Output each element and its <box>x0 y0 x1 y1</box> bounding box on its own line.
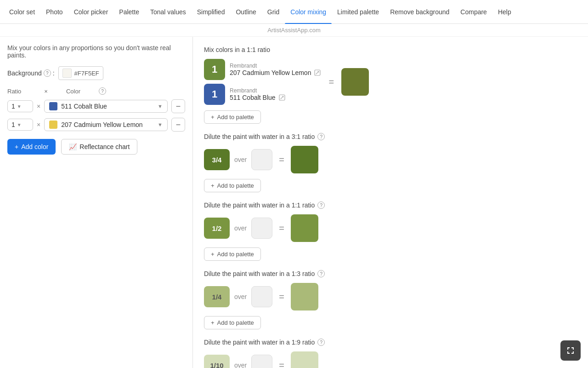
paint-brand-2: Rembrandt <box>230 87 286 94</box>
ratio-select-1[interactable]: 1 ▼ <box>7 100 33 112</box>
ratio-select-2[interactable]: 1 ▼ <box>7 119 33 131</box>
paint-entry-1: 1 Rembrandt 207 Cadmium Yellow Lemon <box>204 59 321 80</box>
right-panel: Mix colors in a 1:1 ratio 1 Rembrandt 20… <box>193 37 588 368</box>
dilute-help-icon-0[interactable]: ? <box>317 133 325 140</box>
color-selector-2[interactable]: 207 Cadmium Yellow Lemon ▼ <box>44 118 168 131</box>
reflectance-label: Reflectance chart <box>79 143 130 150</box>
color-chevron-2: ▼ <box>158 122 163 127</box>
color-selector-1[interactable]: 511 Cobalt Blue ▼ <box>44 100 168 113</box>
add-to-palette-dilute-1[interactable]: + Add to palette <box>204 247 261 261</box>
ratio-header-x: × <box>44 88 48 95</box>
color-name-2: 207 Cadmium Yellow Lemon <box>61 121 154 128</box>
dilute-section-1: Dilute the paint with water in a 1:1 rat… <box>204 201 577 261</box>
add-to-palette-dilute-0[interactable]: + Add to palette <box>204 179 261 192</box>
nav-item-compare[interactable]: Compare <box>455 0 492 24</box>
edit-icon-2[interactable] <box>278 94 286 101</box>
background-help-icon[interactable]: ? <box>44 69 51 77</box>
nav-item-palette[interactable]: Palette <box>113 0 145 24</box>
background-swatch <box>62 69 72 78</box>
over-text-2: over <box>234 293 247 300</box>
dilute-title-2: Dilute the paint with water in a 1:3 rat… <box>204 270 577 277</box>
dilute-result-0 <box>291 146 318 173</box>
nav-item-color-set[interactable]: Color set <box>4 0 40 24</box>
times-2: × <box>37 121 40 128</box>
dilute-row-2: 1/4 over = <box>204 283 577 310</box>
paint-brand-1: Rembrandt <box>230 63 321 69</box>
add-palette-label: Add to palette <box>217 114 254 121</box>
remove-color-1[interactable]: − <box>171 99 185 113</box>
nav-item-tonal-values[interactable]: Tonal values <box>145 0 192 24</box>
nav-item-color-picker[interactable]: Color picker <box>68 0 114 24</box>
paint-name-text-1: 207 Cadmium Yellow Lemon <box>230 69 311 76</box>
paint-info-1: Rembrandt 207 Cadmium Yellow Lemon <box>230 63 321 76</box>
nav-bar: Color setPhotoColor pickerPaletteTonal v… <box>0 0 588 24</box>
ratio-header-ratio: Ratio <box>7 88 21 95</box>
add-palette-label-dilute-2: Add to palette <box>217 319 254 326</box>
dilute-row-1: 1/2 over = <box>204 214 577 242</box>
equals-dilute-2: = <box>277 292 286 302</box>
equals-dilute-3: = <box>277 360 286 368</box>
paint-badge-1: 1 <box>204 59 225 80</box>
mix-result-swatch <box>341 68 369 96</box>
nav-item-color-mixing[interactable]: Color mixing <box>285 0 332 24</box>
nav-item-limited-palette[interactable]: Limited palette <box>332 0 384 24</box>
color-help-icon[interactable]: ? <box>99 87 106 95</box>
add-icon: + <box>15 143 18 150</box>
dilute-result-2 <box>291 283 318 310</box>
over-text-1: over <box>234 224 247 232</box>
color-name-1: 511 Cobalt Blue <box>61 103 154 110</box>
ratio-value-1: 1 <box>11 103 15 110</box>
dilute-help-icon-3[interactable]: ? <box>317 339 325 346</box>
nav-item-help[interactable]: Help <box>492 0 517 24</box>
paint-name-2: 511 Cobalt Blue <box>230 94 286 101</box>
water-swatch-2 <box>251 286 272 307</box>
over-text-3: over <box>234 362 247 368</box>
paint-name-text-2: 511 Cobalt Blue <box>230 94 276 101</box>
mix-1-1-display: 1 Rembrandt 207 Cadmium Yellow Lemon <box>204 59 577 105</box>
dilute-result-3 <box>291 351 318 368</box>
bottom-buttons: + Add color 📈 Reflectance chart <box>7 139 185 155</box>
edit-icon-1[interactable] <box>314 69 321 76</box>
add-color-button[interactable]: + Add color <box>7 139 56 155</box>
add-to-palette-mix[interactable]: + Add to palette <box>204 110 261 124</box>
dilute-title-text-1: Dilute the paint with water in a 1:1 rat… <box>204 201 315 209</box>
remove-color-2[interactable]: − <box>171 118 185 132</box>
dilute-help-icon-2[interactable]: ? <box>317 270 325 277</box>
water-swatch-3 <box>251 355 272 368</box>
ratio-chevron-2: ▼ <box>17 122 22 127</box>
nav-item-remove-background[interactable]: Remove background <box>384 0 455 24</box>
background-swatch-box[interactable]: #F7F5EF <box>58 66 103 80</box>
expand-button[interactable] <box>560 340 581 361</box>
add-icon-dilute-0: + <box>211 182 215 189</box>
dilute-badge-0: 3/4 <box>204 149 230 170</box>
times-1: × <box>37 103 40 110</box>
dilute-help-icon-1[interactable]: ? <box>317 201 325 209</box>
background-row: Background ?: #F7F5EF <box>7 66 185 80</box>
nav-item-outline[interactable]: Outline <box>230 0 261 24</box>
water-swatch-0 <box>251 149 272 170</box>
nav-item-photo[interactable]: Photo <box>40 0 68 24</box>
over-text-0: over <box>234 156 247 163</box>
ratio-header-color: Color <box>66 88 80 95</box>
dilute-badge-1: 1/2 <box>204 218 230 239</box>
paint-entry-2: 1 Rembrandt 511 Cobalt Blue <box>204 84 321 105</box>
equals-sign-mix: = <box>327 77 336 87</box>
reflectance-chart-button[interactable]: 📈 Reflectance chart <box>61 139 137 155</box>
dilute-title-0: Dilute the paint with water in a 3:1 rat… <box>204 133 577 140</box>
add-palette-icon: + <box>211 114 215 121</box>
water-swatch-1 <box>251 218 272 239</box>
dilute-row-0: 3/4 over = <box>204 146 577 173</box>
subtitle: Mix your colors in any proportions so yo… <box>7 44 185 59</box>
paint-name-1: 207 Cadmium Yellow Lemon <box>230 69 321 76</box>
nav-item-simplified[interactable]: Simplified <box>192 0 231 24</box>
add-to-palette-dilute-2[interactable]: + Add to palette <box>204 316 261 329</box>
ratio-header: Ratio × Color ? <box>7 87 185 95</box>
paint-info-2: Rembrandt 511 Cobalt Blue <box>230 87 286 101</box>
mix-1-1-title-text: Mix colors in a 1:1 ratio <box>204 46 270 53</box>
dilute-row-3: 1/10 over = <box>204 351 577 368</box>
dilute-badge-3: 1/10 <box>204 355 230 368</box>
add-palette-label-dilute-1: Add to palette <box>217 251 254 258</box>
dilute-result-1 <box>291 214 318 242</box>
color-row-1: 1 ▼ × 511 Cobalt Blue ▼ − <box>7 99 185 113</box>
nav-item-grid[interactable]: Grid <box>262 0 285 24</box>
